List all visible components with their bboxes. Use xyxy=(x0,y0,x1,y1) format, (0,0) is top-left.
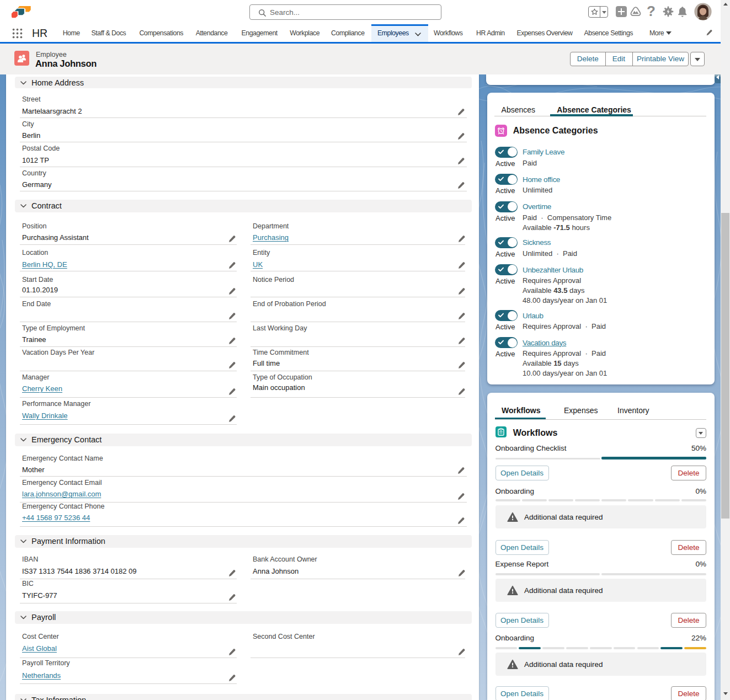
svg-text:?: ? xyxy=(647,3,656,19)
